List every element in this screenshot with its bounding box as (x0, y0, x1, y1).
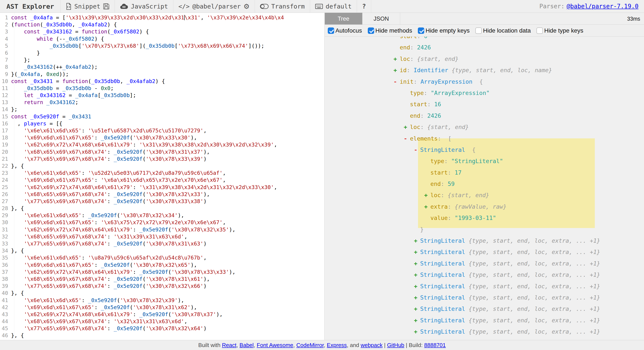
footer-link[interactable]: CodeMirror (296, 342, 324, 348)
line-number: 10 (0, 78, 11, 85)
code-brackets-icon: </> (178, 3, 190, 10)
expand-toggle-icon[interactable]: + (412, 326, 419, 337)
tree-row[interactable]: end: 2426 (325, 110, 644, 121)
expand-toggle-icon[interactable]: + (412, 292, 419, 303)
expand-toggle-icon[interactable]: + (412, 303, 419, 314)
tab-tree[interactable]: Tree (325, 13, 362, 24)
expand-toggle-icon[interactable]: + (423, 201, 429, 212)
footer-link[interactable]: GitHub (387, 342, 404, 348)
snippet-button[interactable]: Snippet (61, 0, 115, 12)
help-button[interactable]: ? (357, 0, 371, 12)
footer-link[interactable]: 8888701 (424, 342, 446, 348)
tree-row[interactable]: +StringLiteral {type, start, end, loc, e… (325, 235, 644, 246)
footer-link[interactable]: webpack (361, 342, 383, 348)
option-autofocus[interactable]: Autofocus (328, 27, 362, 34)
tree-row[interactable]: -elements: [ (325, 133, 644, 144)
tree-row[interactable]: end: 2426 (325, 42, 644, 53)
checkbox-icon[interactable] (475, 28, 482, 34)
option-hide-empty-keys[interactable]: Hide empty keys (418, 27, 470, 34)
transform-button[interactable]: Transform (255, 0, 310, 12)
footer-link[interactable]: Express (327, 342, 347, 348)
line-number: 17 (0, 127, 11, 134)
line-number: 34 (0, 247, 11, 254)
collapse-toggle-icon[interactable]: - (402, 133, 409, 144)
tree-row[interactable]: } (325, 224, 644, 235)
tree-row[interactable]: -StringLiteral { (325, 144, 644, 156)
code-lines: 1const _0x4afa = ['\x31\x39\x39\x33\x2d\… (0, 14, 324, 339)
expand-toggle-icon[interactable]: + (392, 53, 398, 64)
tree-row[interactable]: +StringLiteral {type, start, end, loc, e… (325, 315, 644, 326)
node-key: type (430, 158, 444, 164)
checkbox-icon[interactable] (328, 28, 334, 34)
tree-row[interactable]: -init: ArrayExpression { (325, 76, 644, 87)
tree-row[interactable]: +id: Identifier {type, start, end, loc, … (325, 64, 644, 76)
option-hide-location-data[interactable]: Hide location data (475, 27, 531, 34)
save-icon[interactable] (103, 3, 110, 10)
tree-row[interactable]: end: 59 (325, 178, 644, 190)
checkbox-icon[interactable] (536, 28, 543, 34)
tree-row[interactable]: +loc: {start, end} (325, 190, 644, 201)
footer-link[interactable]: Font Awesome (257, 342, 294, 348)
node-key: start (430, 169, 448, 176)
tree-row[interactable]: +extra: {rawValue, raw} (325, 201, 644, 212)
checkbox-icon[interactable] (368, 28, 374, 34)
expand-toggle-icon[interactable]: + (412, 235, 419, 246)
option-hide-methods[interactable]: Hide methods (368, 27, 412, 34)
collapse-toggle-icon[interactable]: - (392, 76, 398, 87)
expand-toggle-icon[interactable]: + (412, 246, 419, 258)
code-line: 10const _0x3431 = function(_0x35db0b, _0… (0, 78, 324, 85)
tree-row[interactable]: +StringLiteral {type, start, end, loc, e… (325, 246, 644, 258)
expand-toggle-icon[interactable]: + (412, 269, 419, 280)
ast-tree: start: 0end: 2426+loc: {start, end}+id: … (325, 36, 644, 340)
tree-row[interactable]: +StringLiteral {type, start, end, loc, e… (325, 303, 644, 314)
line-number: 7 (0, 56, 11, 64)
tab-json[interactable]: JSON (362, 13, 400, 24)
tree-row[interactable]: +loc: {start, end} (325, 121, 644, 133)
checkbox-icon[interactable] (418, 28, 424, 34)
collapsed-preview: {type, start, end, loc, extra, ... +1} (469, 283, 600, 290)
code-line: 8 _0x343162(++_0x4afab2); (0, 64, 324, 70)
line-number: 6 (0, 50, 11, 56)
expand-toggle-icon[interactable]: + (392, 64, 398, 76)
collapse-toggle-icon[interactable]: - (412, 144, 419, 156)
option-hide-type-keys[interactable]: Hide type keys (536, 27, 583, 34)
expand-toggle-icon[interactable]: + (412, 258, 419, 269)
tree-row[interactable]: type: "StringLiteral" (325, 156, 644, 167)
expand-toggle-icon[interactable]: + (402, 121, 409, 133)
tree-row[interactable]: +StringLiteral {type, start, end, loc, e… (325, 292, 644, 303)
tree-row[interactable]: +StringLiteral {type, start, end, loc, e… (325, 338, 644, 340)
gear-icon[interactable]: ⚙ (244, 2, 250, 10)
parser-version-link[interactable]: @babel/parser-7.19.0 (567, 3, 638, 10)
node-key: loc (430, 192, 441, 198)
tree-row[interactable]: +StringLiteral {type, start, end, loc, e… (325, 326, 644, 337)
tree-row[interactable]: +StringLiteral {type, start, end, loc, e… (325, 280, 644, 292)
language-button[interactable]: JavaScript (115, 0, 173, 12)
tree-row[interactable]: +StringLiteral {type, start, end, loc, e… (325, 269, 644, 280)
expand-toggle-icon[interactable]: + (412, 280, 419, 292)
node-key: end (430, 180, 441, 187)
tree-row[interactable]: type: "ArrayExpression" (325, 87, 644, 98)
parser-button[interactable]: </> @babel/parser ⚙ (173, 0, 255, 12)
tree-row[interactable]: start: 0 (325, 36, 644, 42)
expand-toggle-icon[interactable]: + (412, 338, 419, 340)
tree-row[interactable]: start: 17 (325, 167, 644, 178)
line-number: 23 (0, 170, 11, 176)
expand-toggle-icon[interactable]: + (412, 315, 419, 326)
parse-time: 33ms (627, 13, 644, 24)
tree-row[interactable]: start: 16 (325, 98, 644, 110)
node-value: 2426 (427, 112, 441, 119)
tree-row[interactable]: +loc: {start, end} (325, 53, 644, 64)
node-key: loc (400, 56, 410, 62)
code-editor[interactable]: 1const _0x4afa = ['\x31\x39\x39\x33\x2d\… (0, 13, 324, 340)
footer-link[interactable]: Babel (240, 342, 254, 348)
keymap-button[interactable]: default (310, 0, 357, 12)
collapsed-preview: {type, start, end, loc, extra, ... +1} (469, 238, 600, 244)
code-line: 12 let _0x343162 = _0x4afa[_0x35db0b]; (0, 92, 324, 99)
line-number: 12 (0, 92, 11, 99)
tree-row[interactable]: +StringLiteral {type, start, end, loc, e… (325, 258, 644, 269)
tree-row[interactable]: value: "1993-03-11" (325, 212, 644, 224)
node-key: extra (430, 203, 448, 210)
expand-toggle-icon[interactable]: + (423, 190, 429, 201)
footer-link[interactable]: React (222, 342, 236, 348)
code-line: 19 '\x62\x69\x72\x74\x68\x64\x61\x79': '… (0, 141, 324, 148)
